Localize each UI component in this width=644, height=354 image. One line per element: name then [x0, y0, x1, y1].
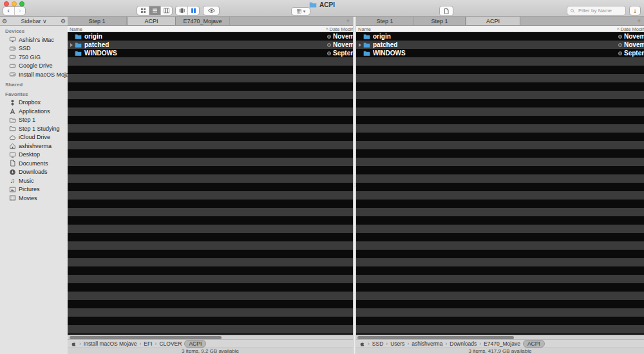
- sidebar-item-750-gig[interactable]: 750 GIG: [0, 53, 68, 62]
- arrange-grid-icon: [296, 8, 302, 14]
- file-row-patched[interactable]: patched November: [68, 41, 353, 49]
- sidebar-item-downloads[interactable]: Downloads: [0, 168, 68, 177]
- left-horizontal-scrollbar[interactable]: [68, 335, 353, 339]
- forward-button[interactable]: ›: [14, 7, 26, 15]
- quick-look-button[interactable]: [203, 6, 220, 15]
- sidebar-item-dropbox[interactable]: Dropbox: [0, 98, 68, 107]
- right-file-pane: Name ^ Date Modified origin November pat…: [356, 26, 644, 335]
- apple-icon: [71, 341, 77, 347]
- file-row-origin[interactable]: origin November: [68, 32, 353, 41]
- new-tab-button[interactable]: +: [343, 17, 353, 24]
- left-tab-bar: Step 1 ACPI E7470_Mojave +: [68, 17, 353, 26]
- filter-input[interactable]: [577, 7, 623, 14]
- folder-icon: [75, 33, 82, 40]
- column-header-name[interactable]: Name: [70, 26, 82, 32]
- cloud-icon: [9, 134, 16, 141]
- zoom-window-button[interactable]: [19, 1, 24, 6]
- folder-icon: [75, 50, 82, 57]
- gear-icon[interactable]: ⚙: [59, 18, 68, 24]
- column-header-name[interactable]: Name: [358, 26, 371, 32]
- file-row-windows[interactable]: WINDOWS September: [68, 49, 353, 57]
- back-button[interactable]: ‹: [3, 7, 14, 15]
- pictures-icon: [9, 186, 16, 193]
- new-tab-button[interactable]: +: [634, 17, 644, 24]
- sidebar-header-menu[interactable]: Sidebar ∨: [9, 18, 59, 24]
- coverflow-view-button[interactable]: [176, 6, 187, 15]
- sidebar-item-pictures[interactable]: Pictures: [0, 185, 68, 194]
- path-crumb[interactable]: Downloads: [444, 340, 478, 347]
- icon-view-button[interactable]: [137, 6, 149, 15]
- close-window-button[interactable]: [4, 1, 9, 6]
- sidebar-item-step-1-studying[interactable]: Step 1 Studying: [0, 124, 68, 133]
- sidebar-item-install-macos-mojave[interactable]: Install macOS Mojave ⏏: [0, 70, 68, 79]
- path-crumb[interactable]: Users: [384, 340, 406, 347]
- pane-divider[interactable]: [353, 17, 356, 354]
- path-crumb[interactable]: EFI: [138, 340, 154, 347]
- sidebar-item-ssd[interactable]: SSD: [0, 44, 68, 53]
- path-crumb[interactable]: CLOVER: [154, 340, 184, 347]
- dual-pane-button[interactable]: [187, 6, 199, 15]
- column-header-date-modified[interactable]: ^ Date Modified: [617, 26, 644, 32]
- documents-icon: [9, 160, 16, 167]
- drive-icon: [9, 71, 16, 78]
- status-circle-icon: [618, 43, 622, 47]
- file-row-patched[interactable]: patched November: [356, 41, 644, 49]
- search-icon: [570, 8, 575, 14]
- apple-icon: [359, 341, 365, 347]
- sidebar-item-google-drive[interactable]: Google Drive: [0, 62, 68, 71]
- right-file-list[interactable]: origin November patched November WINDOWS…: [356, 32, 644, 335]
- sidebar: Devices Ashish's iMac SSD 750 GIG Google…: [0, 26, 68, 354]
- sidebar-item-ashishverma[interactable]: ashishverma: [0, 142, 68, 151]
- column-header-date-modified[interactable]: ^ Date Modified: [326, 26, 353, 32]
- sidebar-item-applications[interactable]: Applications: [0, 107, 68, 116]
- arrange-button[interactable]: ▾: [291, 7, 310, 15]
- sidebar-header: ⚙ Sidebar ∨ ⚙: [0, 17, 68, 26]
- folder-icon: [309, 1, 317, 8]
- file-row-origin[interactable]: origin November: [356, 32, 644, 41]
- right-horizontal-scrollbar[interactable]: [356, 335, 644, 339]
- file-row-windows[interactable]: WINDOWS September: [356, 49, 644, 57]
- path-crumb[interactable]: E7470_Mojave: [478, 340, 522, 347]
- sidebar-item-step-1[interactable]: Step 1: [0, 116, 68, 125]
- sidebar-item-desktop[interactable]: Desktop: [0, 151, 68, 160]
- path-crumb[interactable]: SSD: [366, 340, 384, 347]
- disclosure-triangle-icon[interactable]: [70, 43, 75, 47]
- path-crumb[interactable]: Install macOS Mojave: [78, 340, 138, 347]
- left-status-bar: 3 items, 9.2 GB available: [68, 348, 353, 354]
- left-file-list[interactable]: origin November patched November WINDOWS…: [68, 32, 353, 335]
- path-crumb-current[interactable]: ACPI: [523, 340, 545, 348]
- path-crumb[interactable]: ashishverma: [406, 340, 444, 347]
- gear-icon[interactable]: ⚙: [0, 18, 9, 24]
- downloads-icon: [9, 169, 16, 176]
- tab-e7470-mojave[interactable]: E7470_Mojave: [176, 17, 230, 25]
- column-view-button[interactable]: [160, 6, 172, 15]
- folder-icon: [9, 116, 16, 124]
- icon-view-icon: [140, 7, 147, 14]
- tab-step-1[interactable]: Step 1: [68, 17, 127, 25]
- sidebar-item-documents[interactable]: Documents: [0, 159, 68, 168]
- folder-icon: [75, 41, 82, 48]
- window-title-text: ACPI: [319, 1, 335, 8]
- sidebar-item-music[interactable]: ♫ Music: [0, 176, 68, 185]
- path-crumb-current[interactable]: ACPI: [184, 340, 206, 348]
- tab-acpi-active[interactable]: ACPI: [466, 17, 520, 25]
- right-status-text: 3 items, 417.9 GB available: [469, 348, 532, 354]
- sidebar-item-movies[interactable]: Movies: [0, 194, 68, 203]
- left-file-pane: Name ^ Date Modified origin November pat…: [68, 26, 353, 335]
- download-arrow-button[interactable]: ↓: [629, 6, 641, 15]
- disclosure-triangle-icon[interactable]: [358, 43, 363, 47]
- list-view-button[interactable]: [149, 6, 160, 15]
- folder-icon: [9, 125, 16, 132]
- tab-acpi-active[interactable]: ACPI: [127, 17, 176, 25]
- minimize-window-button[interactable]: [12, 1, 17, 6]
- column-view-icon: [163, 7, 170, 14]
- desktop-icon: [9, 151, 16, 158]
- new-document-button[interactable]: [439, 6, 453, 16]
- section-favorites: Favorites: [0, 89, 68, 98]
- right-status-bar: 3 items, 417.9 GB available: [356, 348, 644, 354]
- sidebar-item-ashishs-imac[interactable]: Ashish's iMac: [0, 35, 68, 44]
- tab-step-1[interactable]: Step 1: [356, 17, 414, 25]
- tab-step-1[interactable]: Step 1: [414, 17, 466, 25]
- sidebar-item-icloud-drive[interactable]: iCloud Drive: [0, 133, 68, 142]
- list-view-icon: [151, 7, 158, 14]
